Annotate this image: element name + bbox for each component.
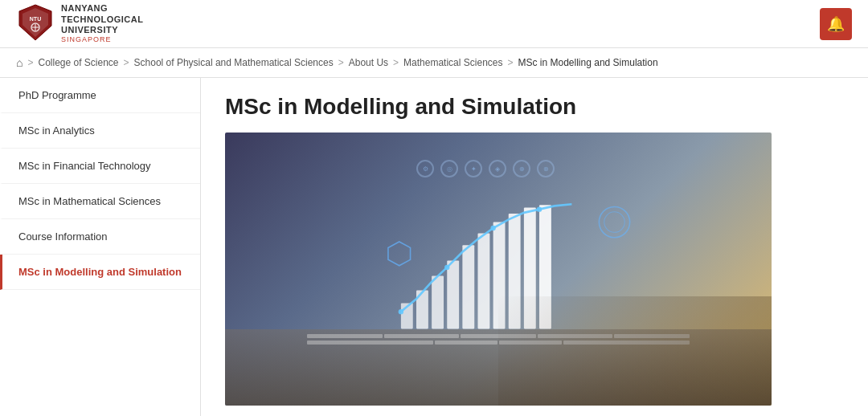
- holo-circles: ⚙ ◎ ✦ ◈ ⊕ ⊗: [416, 160, 555, 177]
- svg-rect-8: [432, 276, 444, 329]
- sidebar-item-msc-mathematical-sciences[interactable]: MSc in Mathematical Sciences: [0, 184, 200, 219]
- svg-point-17: [444, 265, 449, 270]
- svg-marker-1: [23, 8, 48, 37]
- holo-circle-3: ✦: [465, 160, 482, 177]
- holo-circle-5: ⊕: [513, 160, 530, 177]
- sidebar-item-course-information[interactable]: Course Information: [0, 219, 200, 255]
- header: NTU NANYANG TECHNOLOGICAL UNIVERSITY SIN…: [0, 0, 868, 48]
- svg-point-16: [399, 309, 403, 314]
- university-sub: SINGAPORE: [61, 35, 143, 44]
- sidebar: PhD Programme MSc in Analytics MSc in Fi…: [0, 78, 201, 416]
- main-layout: PhD Programme MSc in Analytics MSc in Fi…: [0, 78, 868, 416]
- svg-point-21: [599, 206, 629, 237]
- svg-point-22: [604, 212, 625, 233]
- svg-marker-20: [388, 242, 411, 266]
- logo-shield-icon: NTU: [16, 3, 55, 45]
- breadcrumb-school-physical-math[interactable]: School of Physical and Mathematical Scie…: [134, 57, 334, 68]
- sidebar-item-msc-analytics[interactable]: MSc in Analytics: [0, 113, 200, 149]
- home-icon[interactable]: ⌂: [16, 56, 23, 69]
- breadcrumb-about-us[interactable]: About Us: [349, 57, 388, 68]
- holo-circle-2: ◎: [440, 160, 458, 177]
- holo-circle-4: ◈: [489, 160, 506, 177]
- breadcrumb-college-of-science[interactable]: College of Science: [38, 57, 118, 68]
- svg-point-19: [537, 206, 542, 211]
- university-name-line1: NANYANG: [61, 3, 143, 14]
- svg-rect-11: [478, 233, 490, 328]
- sidebar-item-msc-financial-technology[interactable]: MSc in Financial Technology: [0, 149, 200, 184]
- notification-bell-button[interactable]: 🔔: [820, 8, 852, 40]
- content-area: MSc in Modelling and Simulation ⚙ ◎ ✦ ◈ …: [201, 78, 868, 416]
- ntu-logo: NTU NANYANG TECHNOLOGICAL UNIVERSITY SIN…: [16, 3, 143, 45]
- sidebar-item-msc-modelling-simulation[interactable]: MSc in Modelling and Simulation: [0, 255, 200, 290]
- sidebar-item-phd-programme[interactable]: PhD Programme: [0, 78, 200, 113]
- page-title: MSc in Modelling and Simulation: [225, 94, 844, 120]
- logo-text: NANYANG TECHNOLOGICAL UNIVERSITY SINGAPO…: [61, 3, 143, 43]
- breadcrumb: ⌂ > College of Science > School of Physi…: [0, 48, 868, 78]
- hands-overlay: [498, 296, 772, 406]
- breadcrumb-mathematical-sciences[interactable]: Mathematical Sciences: [403, 57, 502, 68]
- breadcrumb-current: MSc in Modelling and Simulation: [518, 57, 658, 68]
- svg-rect-9: [447, 260, 459, 328]
- bell-icon: 🔔: [827, 15, 845, 33]
- university-name-line2: TECHNOLOGICAL: [61, 14, 143, 25]
- hero-image: ⚙ ◎ ✦ ◈ ⊕ ⊗: [225, 133, 772, 406]
- holo-circle-6: ⊗: [537, 160, 555, 177]
- svg-text:NTU: NTU: [30, 16, 41, 22]
- university-name-line3: UNIVERSITY: [61, 25, 143, 35]
- svg-point-18: [490, 226, 495, 230]
- holo-circle-1: ⚙: [416, 160, 434, 177]
- svg-rect-10: [462, 245, 474, 328]
